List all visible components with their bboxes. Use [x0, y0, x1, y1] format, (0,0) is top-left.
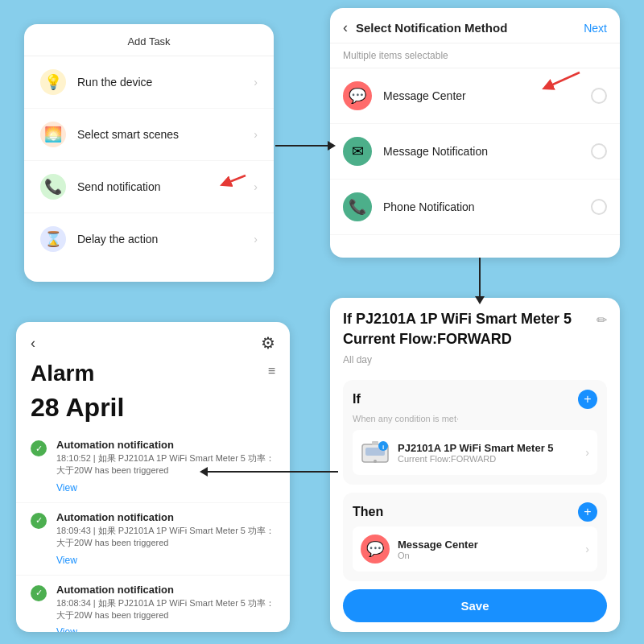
alarm-dot-3: [31, 585, 47, 601]
run-device-icon: 💡: [40, 69, 66, 95]
arrow-tl-to-tr: [275, 141, 336, 151]
smart-scenes-chevron: ›: [254, 128, 258, 141]
alarm-panel: ‹ ⚙ Alarm ≡ 28 April Automation notifica…: [16, 322, 290, 632]
message-notification-icon: ✉: [343, 137, 372, 166]
save-button[interactable]: Save: [343, 589, 607, 622]
ifthen-edit-icon[interactable]: ✏: [597, 312, 607, 328]
delay-action-label: Delay the action: [77, 233, 254, 246]
device-meter-icon: i: [361, 438, 390, 467]
svg-point-4: [374, 460, 377, 463]
notif-item-phone[interactable]: 📞 Phone Notification: [330, 180, 620, 235]
alarm-notif-title-1: Automation notification: [56, 439, 275, 451]
send-notification-chevron: ›: [254, 180, 258, 193]
arrow-br-to-bl: [200, 467, 338, 477]
if-add-button[interactable]: +: [578, 390, 597, 409]
arrow-line-h1: [275, 145, 328, 147]
arrow-line-h2: [208, 471, 338, 473]
ifthen-header: If PJ2101A 1P WiFi Smart Meter 5 Current…: [330, 298, 620, 353]
alarm-title: Alarm: [16, 361, 290, 390]
alarm-notif-content-3: Automation notification 18:08:34 | 如果 PJ…: [56, 584, 275, 632]
phone-notification-radio[interactable]: [591, 199, 607, 215]
then-section-title: Then: [353, 505, 383, 519]
notif-subtitle: Multiple items selectable: [330, 43, 620, 68]
alarm-notif-2: Automation notification 18:09:43 | 如果 PJ…: [16, 503, 290, 576]
arrow-line-v1: [479, 258, 481, 296]
arrow-head-h2: [200, 467, 208, 477]
then-msg-icon: 💬: [361, 535, 390, 564]
device-name: PJ2101A 1P WiFi Smart Meter 5: [398, 442, 585, 454]
message-center-label: Message Center: [383, 89, 591, 102]
message-center-radio[interactable]: [591, 88, 607, 104]
alarm-notif-view-2[interactable]: View: [56, 555, 77, 566]
arrow-head-v1: [475, 296, 485, 304]
svg-text:i: i: [382, 444, 384, 451]
notif-back-button[interactable]: ‹: [343, 19, 348, 36]
arrow-head-h1: [328, 141, 336, 151]
message-notification-label: Message Notification: [383, 145, 591, 158]
alarm-dot-2: [31, 513, 47, 529]
message-center-icon: 💬: [343, 81, 372, 110]
add-task-title: Add Task: [24, 24, 274, 56]
alarm-day: 28: [31, 393, 60, 422]
then-add-button[interactable]: +: [578, 502, 597, 522]
notif-item-message-center[interactable]: 💬 Message Center: [330, 68, 620, 124]
alarm-header: ‹ ⚙: [16, 322, 290, 361]
arrow-tr-to-br: [475, 258, 485, 304]
then-msg-info: Message Center On: [398, 539, 585, 560]
task-item-notification[interactable]: 📞 Send notification ›: [24, 161, 274, 213]
alarm-notif-view-1[interactable]: View: [56, 482, 77, 493]
alarm-notif-title-2: Automation notification: [56, 511, 275, 523]
notif-next-button[interactable]: Next: [584, 22, 607, 35]
alarm-notif-body-2: 18:09:43 | 如果 PJ2101A 1P WiFi Smart Mete…: [56, 525, 275, 550]
then-section-header: Then +: [353, 502, 597, 522]
alarm-settings-icon[interactable]: ⚙: [261, 333, 275, 353]
send-notification-icon: 📞: [40, 174, 66, 200]
alarm-month: April: [65, 393, 124, 422]
device-sub: Current Flow:FORWARD: [398, 454, 585, 464]
add-task-panel: Add Task 💡 Run the device › 🌅 Select sma…: [24, 24, 274, 282]
smart-scenes-icon: 🌅: [40, 122, 66, 147]
ifthen-title: If PJ2101A 1P WiFi Smart Meter 5 Current…: [343, 309, 607, 349]
device-info: PJ2101A 1P WiFi Smart Meter 5 Current Fl…: [398, 442, 585, 464]
run-device-label: Run the device: [77, 76, 254, 89]
if-device-row[interactable]: i PJ2101A 1P WiFi Smart Meter 5 Current …: [353, 430, 597, 475]
then-msg-name: Message Center: [398, 539, 585, 551]
svg-rect-5: [372, 441, 378, 445]
notif-item-message-notification[interactable]: ✉ Message Notification: [330, 124, 620, 180]
task-item-delay[interactable]: ⌛ Delay the action ›: [24, 213, 274, 265]
ifthen-panel: If PJ2101A 1P WiFi Smart Meter 5 Current…: [330, 298, 620, 632]
smart-scenes-label: Select smart scenes: [77, 128, 254, 141]
alarm-notif-body-3: 18:08:34 | 如果 PJ2101A 1P WiFi Smart Mete…: [56, 597, 275, 622]
alarm-notif-3: Automation notification 18:08:34 | 如果 PJ…: [16, 576, 290, 632]
run-device-chevron: ›: [254, 76, 258, 89]
select-notification-panel: ‹ Select Notification Method Next Multip…: [330, 8, 620, 258]
alarm-notif-view-3[interactable]: View: [56, 626, 77, 632]
then-msg-sub: On: [398, 551, 585, 560]
alarm-notif-content-2: Automation notification 18:09:43 | 如果 PJ…: [56, 511, 275, 567]
if-section-header: If +: [353, 390, 597, 409]
notif-title: Select Notification Method: [356, 21, 584, 35]
ifthen-allday: All day: [330, 353, 620, 374]
if-section: If + When any condition is met· i PJ2101…: [343, 380, 607, 485]
alarm-notif-title-3: Automation notification: [56, 584, 275, 596]
alarm-date: 28 April: [16, 390, 290, 431]
phone-notification-label: Phone Notification: [383, 200, 591, 213]
task-item-run[interactable]: 💡 Run the device ›: [24, 56, 274, 109]
delay-action-chevron: ›: [254, 233, 258, 246]
if-subtitle: When any condition is met·: [353, 414, 597, 423]
if-section-title: If: [353, 392, 361, 407]
svg-line-1: [547, 72, 580, 87]
notif-header: ‹ Select Notification Method Next: [330, 8, 620, 43]
task-item-scenes[interactable]: 🌅 Select smart scenes ›: [24, 109, 274, 161]
then-msg-row[interactable]: 💬 Message Center On ›: [353, 526, 597, 572]
alarm-menu-lines-icon[interactable]: ≡: [268, 364, 275, 378]
then-msg-chevron: ›: [585, 543, 589, 555]
send-notification-label: Send notification: [77, 180, 254, 193]
message-notification-radio[interactable]: [591, 143, 607, 159]
delay-action-icon: ⌛: [40, 226, 66, 252]
then-section: Then + 💬 Message Center On ›: [343, 493, 607, 581]
alarm-dot-1: [31, 440, 47, 456]
if-device-chevron: ›: [585, 446, 589, 459]
phone-notification-icon: 📞: [343, 192, 372, 221]
alarm-back-button[interactable]: ‹: [31, 335, 35, 352]
